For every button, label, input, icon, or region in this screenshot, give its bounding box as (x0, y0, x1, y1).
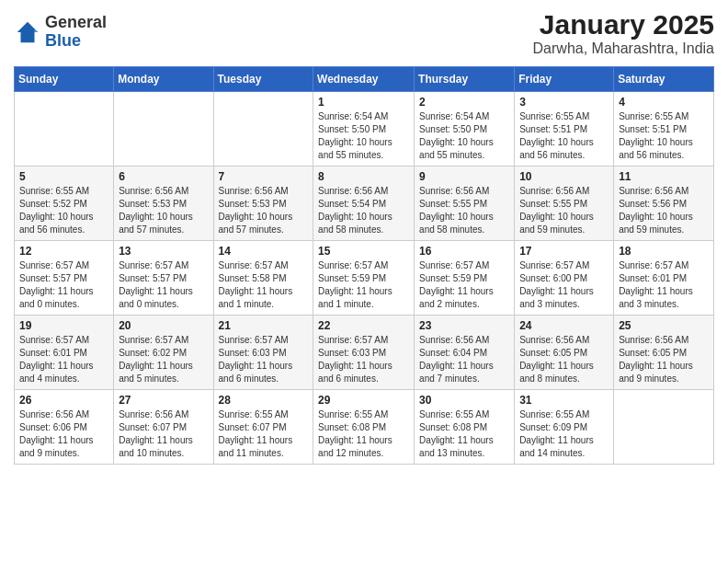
day-number: 31 (519, 394, 609, 407)
day-number: 30 (419, 394, 509, 407)
calendar-cell: 28Sunrise: 6:55 AMSunset: 6:07 PMDayligh… (213, 390, 313, 465)
logo-icon (14, 18, 41, 46)
calendar-cell: 24Sunrise: 6:56 AMSunset: 6:05 PMDayligh… (515, 316, 614, 390)
day-number: 11 (619, 170, 709, 183)
page: General Blue January 2025 Darwha, Mahara… (0, 0, 728, 474)
day-info: Sunrise: 6:57 AMSunset: 5:57 PMDaylight:… (119, 259, 208, 311)
calendar-cell: 13Sunrise: 6:57 AMSunset: 5:57 PMDayligh… (114, 241, 213, 316)
logo-text: General Blue (45, 14, 107, 51)
day-number: 25 (619, 319, 709, 332)
day-info: Sunrise: 6:57 AMSunset: 5:58 PMDaylight:… (219, 259, 309, 311)
day-info: Sunrise: 6:56 AMSunset: 5:53 PMDaylight:… (119, 185, 208, 236)
page-title: January 2025 (533, 9, 714, 40)
calendar-cell: 30Sunrise: 6:55 AMSunset: 6:08 PMDayligh… (415, 390, 515, 465)
day-number: 3 (519, 96, 609, 109)
title-block: January 2025 Darwha, Maharashtra, India (533, 9, 714, 57)
logo: General Blue (14, 14, 107, 51)
day-info: Sunrise: 6:56 AMSunset: 5:56 PMDaylight:… (619, 185, 709, 236)
day-number: 27 (119, 394, 208, 407)
day-info: Sunrise: 6:57 AMSunset: 6:03 PMDaylight:… (318, 334, 409, 385)
day-number: 14 (219, 245, 309, 258)
calendar-cell (213, 92, 313, 167)
day-info: Sunrise: 6:56 AMSunset: 6:05 PMDaylight:… (519, 334, 609, 385)
calendar-cell: 19Sunrise: 6:57 AMSunset: 6:01 PMDayligh… (15, 316, 114, 390)
day-info: Sunrise: 6:57 AMSunset: 6:03 PMDaylight:… (219, 334, 309, 385)
day-number: 5 (19, 170, 108, 183)
weekday-friday: Friday (515, 67, 614, 92)
calendar-cell (614, 390, 714, 465)
logo-blue-text: Blue (45, 31, 81, 50)
day-number: 22 (318, 319, 409, 332)
calendar-cell (15, 92, 114, 167)
weekday-thursday: Thursday (415, 67, 515, 92)
day-number: 7 (219, 170, 309, 183)
header: General Blue January 2025 Darwha, Mahara… (14, 9, 714, 57)
day-info: Sunrise: 6:57 AMSunset: 6:00 PMDaylight:… (519, 259, 609, 311)
day-number: 16 (419, 245, 509, 258)
calendar-cell: 31Sunrise: 6:55 AMSunset: 6:09 PMDayligh… (515, 390, 614, 465)
day-info: Sunrise: 6:55 AMSunset: 6:07 PMDaylight:… (219, 408, 309, 460)
calendar-cell: 16Sunrise: 6:57 AMSunset: 5:59 PMDayligh… (415, 241, 515, 316)
calendar-cell: 8Sunrise: 6:56 AMSunset: 5:54 PMDaylight… (313, 167, 415, 241)
day-info: Sunrise: 6:57 AMSunset: 6:01 PMDaylight:… (19, 334, 108, 385)
day-info: Sunrise: 6:56 AMSunset: 5:55 PMDaylight:… (419, 185, 509, 236)
day-number: 28 (219, 394, 309, 407)
week-row-2: 5Sunrise: 6:55 AMSunset: 5:52 PMDaylight… (15, 167, 714, 241)
calendar-cell: 1Sunrise: 6:54 AMSunset: 5:50 PMDaylight… (313, 92, 415, 167)
calendar-cell: 29Sunrise: 6:55 AMSunset: 6:08 PMDayligh… (313, 390, 415, 465)
day-number: 10 (519, 170, 609, 183)
day-number: 21 (219, 319, 309, 332)
calendar-cell (114, 92, 213, 167)
calendar-cell: 6Sunrise: 6:56 AMSunset: 5:53 PMDaylight… (114, 167, 213, 241)
calendar-cell: 25Sunrise: 6:56 AMSunset: 6:05 PMDayligh… (614, 316, 714, 390)
day-info: Sunrise: 6:55 AMSunset: 6:09 PMDaylight:… (519, 408, 609, 460)
calendar-cell: 17Sunrise: 6:57 AMSunset: 6:00 PMDayligh… (515, 241, 614, 316)
week-row-1: 1Sunrise: 6:54 AMSunset: 5:50 PMDaylight… (15, 92, 714, 167)
calendar-cell: 21Sunrise: 6:57 AMSunset: 6:03 PMDayligh… (213, 316, 313, 390)
week-row-4: 19Sunrise: 6:57 AMSunset: 6:01 PMDayligh… (15, 316, 714, 390)
calendar-cell: 15Sunrise: 6:57 AMSunset: 5:59 PMDayligh… (313, 241, 415, 316)
calendar-cell: 2Sunrise: 6:54 AMSunset: 5:50 PMDaylight… (415, 92, 515, 167)
day-info: Sunrise: 6:56 AMSunset: 6:04 PMDaylight:… (419, 334, 509, 385)
day-number: 6 (119, 170, 208, 183)
day-info: Sunrise: 6:55 AMSunset: 5:52 PMDaylight:… (19, 185, 108, 236)
calendar-cell: 4Sunrise: 6:55 AMSunset: 5:51 PMDaylight… (614, 92, 714, 167)
page-subtitle: Darwha, Maharashtra, India (533, 40, 714, 57)
day-info: Sunrise: 6:54 AMSunset: 5:50 PMDaylight:… (419, 110, 509, 162)
day-number: 20 (119, 319, 208, 332)
day-number: 19 (19, 319, 108, 332)
day-info: Sunrise: 6:56 AMSunset: 5:53 PMDaylight:… (219, 185, 309, 236)
day-number: 8 (318, 170, 409, 183)
day-number: 26 (19, 394, 108, 407)
day-info: Sunrise: 6:57 AMSunset: 6:01 PMDaylight:… (619, 259, 709, 311)
calendar-cell: 14Sunrise: 6:57 AMSunset: 5:58 PMDayligh… (213, 241, 313, 316)
calendar-cell: 9Sunrise: 6:56 AMSunset: 5:55 PMDaylight… (415, 167, 515, 241)
day-info: Sunrise: 6:57 AMSunset: 5:59 PMDaylight:… (419, 259, 509, 311)
day-number: 2 (419, 96, 509, 109)
calendar-cell: 23Sunrise: 6:56 AMSunset: 6:04 PMDayligh… (415, 316, 515, 390)
calendar-cell: 22Sunrise: 6:57 AMSunset: 6:03 PMDayligh… (313, 316, 415, 390)
weekday-saturday: Saturday (614, 67, 714, 92)
day-info: Sunrise: 6:57 AMSunset: 6:02 PMDaylight:… (119, 334, 208, 385)
day-number: 4 (619, 96, 709, 109)
calendar-cell: 26Sunrise: 6:56 AMSunset: 6:06 PMDayligh… (15, 390, 114, 465)
calendar-cell: 5Sunrise: 6:55 AMSunset: 5:52 PMDaylight… (15, 167, 114, 241)
day-info: Sunrise: 6:56 AMSunset: 5:55 PMDaylight:… (519, 185, 609, 236)
day-number: 17 (519, 245, 609, 258)
day-number: 15 (318, 245, 409, 258)
calendar-cell: 12Sunrise: 6:57 AMSunset: 5:57 PMDayligh… (15, 241, 114, 316)
logo-general: General (45, 13, 107, 31)
day-info: Sunrise: 6:55 AMSunset: 6:08 PMDaylight:… (318, 408, 409, 460)
day-number: 1 (318, 96, 409, 109)
day-info: Sunrise: 6:56 AMSunset: 5:54 PMDaylight:… (318, 185, 409, 236)
day-info: Sunrise: 6:56 AMSunset: 6:07 PMDaylight:… (119, 408, 208, 460)
weekday-header-row: SundayMondayTuesdayWednesdayThursdayFrid… (15, 67, 714, 92)
day-info: Sunrise: 6:54 AMSunset: 5:50 PMDaylight:… (318, 110, 409, 162)
day-number: 29 (318, 394, 409, 407)
calendar-cell: 11Sunrise: 6:56 AMSunset: 5:56 PMDayligh… (614, 167, 714, 241)
calendar-table: SundayMondayTuesdayWednesdayThursdayFrid… (14, 66, 714, 465)
day-number: 9 (419, 170, 509, 183)
day-info: Sunrise: 6:56 AMSunset: 6:05 PMDaylight:… (619, 334, 709, 385)
calendar-cell: 27Sunrise: 6:56 AMSunset: 6:07 PMDayligh… (114, 390, 213, 465)
weekday-sunday: Sunday (15, 67, 114, 92)
